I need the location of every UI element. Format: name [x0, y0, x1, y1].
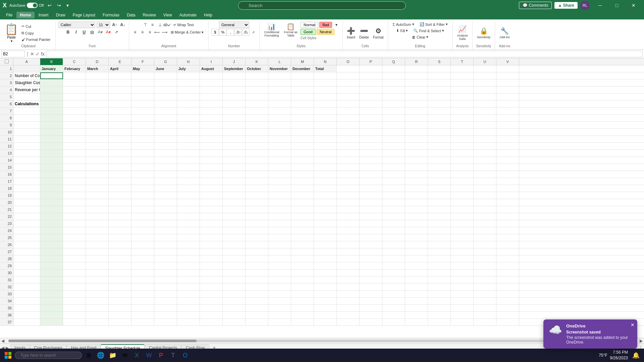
cell-4f[interactable]	[131, 86, 154, 93]
cell-36r[interactable]	[405, 312, 428, 318]
cell-14j[interactable]	[223, 157, 246, 164]
taskbar-word[interactable]: W	[144, 350, 154, 361]
cell-6q[interactable]	[382, 101, 405, 107]
cell-16a[interactable]	[13, 171, 40, 178]
cell-5g[interactable]	[154, 94, 177, 100]
row-num-5[interactable]: 5	[0, 94, 13, 100]
cell-1o[interactable]	[337, 65, 360, 72]
cell-12l[interactable]	[268, 143, 291, 149]
cell-3k[interactable]	[246, 79, 268, 86]
cell-35m[interactable]	[291, 305, 314, 311]
cell-33c[interactable]	[63, 291, 86, 297]
col-header-m[interactable]: M	[291, 58, 314, 65]
cell-37t[interactable]	[451, 319, 474, 325]
cell-3b[interactable]	[40, 79, 63, 86]
style-normal[interactable]: Normal	[301, 22, 318, 28]
cell-27l[interactable]	[268, 248, 291, 255]
cell-13e[interactable]	[109, 150, 131, 157]
cell-30h[interactable]	[177, 269, 200, 276]
cell-8r[interactable]	[405, 115, 428, 121]
cell-13s[interactable]	[428, 150, 451, 157]
cell-3q[interactable]	[382, 79, 405, 86]
cell-28v[interactable]	[496, 255, 519, 262]
cell-33l[interactable]	[268, 291, 291, 297]
cell-11h[interactable]	[177, 136, 200, 142]
cell-8g[interactable]	[154, 115, 177, 121]
comments-button[interactable]: 💬 Comments	[519, 2, 552, 9]
cell-10l[interactable]	[268, 129, 291, 135]
cell-1s[interactable]	[428, 65, 451, 72]
cell-19u[interactable]	[474, 192, 496, 199]
cell-25l[interactable]	[268, 234, 291, 241]
cell-19g[interactable]	[154, 192, 177, 199]
cell-25m[interactable]	[291, 234, 314, 241]
cell-4s[interactable]	[428, 86, 451, 93]
cell-28n[interactable]	[314, 255, 337, 262]
cell-32c[interactable]	[63, 284, 86, 290]
cell-5i[interactable]	[200, 94, 223, 100]
cell-27m[interactable]	[291, 248, 314, 255]
cell-18a[interactable]	[13, 185, 40, 192]
cell-36i[interactable]	[200, 312, 223, 318]
cell-3c[interactable]	[63, 79, 86, 86]
cell-16j[interactable]	[223, 171, 246, 178]
align-right-btn[interactable]: ≡	[147, 29, 153, 36]
cell-19l[interactable]	[268, 192, 291, 199]
cell-15u[interactable]	[474, 164, 496, 171]
cell-28j[interactable]	[223, 255, 246, 262]
cell-5j[interactable]	[223, 94, 246, 100]
cell-4u[interactable]	[474, 86, 496, 93]
cell-14c[interactable]	[63, 157, 86, 164]
align-top-btn[interactable]: ⊤	[142, 21, 149, 28]
cell-24b[interactable]	[40, 227, 63, 234]
cell-28o[interactable]	[337, 255, 360, 262]
cell-reference-box[interactable]	[1, 51, 25, 57]
cell-1e[interactable]: April	[109, 65, 131, 72]
cell-24l[interactable]	[268, 227, 291, 234]
cell-8e[interactable]	[109, 115, 131, 121]
cell-30i[interactable]	[200, 269, 223, 276]
cell-16k[interactable]	[246, 171, 268, 178]
row-num-8[interactable]: 8	[0, 115, 13, 121]
cell-6f[interactable]	[131, 101, 154, 107]
cell-22g[interactable]	[154, 213, 177, 220]
cell-18i[interactable]	[200, 185, 223, 192]
cell-26b[interactable]	[40, 241, 63, 248]
menu-draw[interactable]: Draw	[53, 12, 69, 18]
formula-input[interactable]	[46, 51, 643, 57]
cell-15l[interactable]	[268, 164, 291, 171]
cell-6g[interactable]	[154, 101, 177, 107]
cell-3t[interactable]	[451, 79, 474, 86]
cell-19n[interactable]	[314, 192, 337, 199]
menu-view[interactable]: View	[160, 12, 175, 18]
cell-9a[interactable]	[13, 122, 40, 128]
cell-1g[interactable]: June	[154, 65, 177, 72]
cell-20j[interactable]	[223, 199, 246, 206]
cell-18v[interactable]	[496, 185, 519, 192]
cell-12j[interactable]	[223, 143, 246, 149]
cell-27s[interactable]	[428, 248, 451, 255]
cell-5h[interactable]	[177, 94, 200, 100]
cell-15r[interactable]	[405, 164, 428, 171]
cell-19v[interactable]	[496, 192, 519, 199]
cell-5b[interactable]	[40, 94, 63, 100]
cell-25o[interactable]	[337, 234, 360, 241]
menu-home[interactable]: Home	[16, 12, 34, 18]
cell-27u[interactable]	[474, 248, 496, 255]
cell-11j[interactable]	[223, 136, 246, 142]
cell-19f[interactable]	[131, 192, 154, 199]
col-header-b[interactable]: B	[40, 58, 63, 65]
cell-6c[interactable]	[63, 101, 86, 107]
find-select-btn[interactable]: 🔍 Find & Select ▾	[411, 28, 446, 34]
cell-21e[interactable]	[109, 206, 131, 213]
cell-30l[interactable]	[268, 269, 291, 276]
cell-15f[interactable]	[131, 164, 154, 171]
cell-4j[interactable]	[223, 86, 246, 93]
cell-25f[interactable]	[131, 234, 154, 241]
cell-7j[interactable]	[223, 108, 246, 114]
cell-23a[interactable]	[13, 220, 40, 227]
cell-29j[interactable]	[223, 262, 246, 269]
cell-2r[interactable]	[405, 72, 428, 79]
cell-6m[interactable]	[291, 101, 314, 107]
cell-37q[interactable]	[382, 319, 405, 325]
